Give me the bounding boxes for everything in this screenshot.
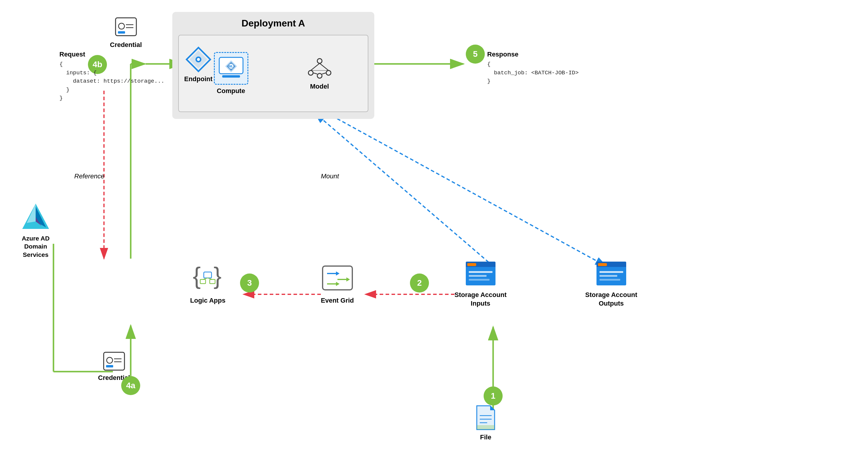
svg-text:{: {	[193, 262, 201, 289]
svg-line-32	[322, 73, 326, 74]
svg-rect-65	[469, 271, 493, 273]
endpoint-label: Endpoint	[184, 75, 212, 83]
logic-apps-label: Logic Apps	[190, 297, 225, 305]
svg-text:}: }	[214, 262, 222, 289]
azure-ad-container: Azure AD DomainServices	[12, 202, 59, 259]
file-container: File	[474, 404, 498, 441]
svg-rect-83	[106, 365, 113, 368]
request-block: Request { inputs: { dataset: https://sto…	[59, 51, 164, 103]
response-body: { batch_job: <BATCH-JOB-ID> }	[487, 60, 579, 86]
badge-5: 5	[466, 45, 485, 64]
compute-icon: ML	[218, 56, 245, 80]
svg-rect-54	[322, 266, 352, 290]
deployment-title: Deployment A	[178, 18, 368, 29]
svg-marker-58	[346, 277, 350, 282]
svg-line-31	[313, 73, 317, 74]
svg-rect-73	[599, 275, 617, 277]
storage-inputs-label: Storage AccountInputs	[455, 291, 506, 308]
reference-label: Reference	[74, 172, 104, 180]
svg-rect-78	[477, 425, 495, 430]
badge-3: 3	[240, 274, 259, 292]
logic-apps-icon: { }	[191, 262, 224, 294]
file-label: File	[480, 433, 491, 441]
azure-ad-icon	[21, 202, 51, 232]
svg-point-37	[197, 58, 200, 61]
model-label: Model	[310, 83, 329, 90]
svg-point-25	[317, 59, 322, 63]
svg-point-80	[106, 357, 113, 363]
response-title: Response	[487, 51, 579, 58]
response-block: Response { batch_job: <BATCH-JOB-ID> }	[487, 51, 579, 86]
azure-ad-label: Azure AD DomainServices	[12, 234, 59, 259]
badge-4a: 4a	[121, 376, 140, 395]
storage-outputs-container: Storage AccountOutputs	[585, 256, 637, 308]
svg-line-11	[327, 113, 606, 266]
mount-label: Mount	[321, 172, 339, 180]
file-icon	[474, 404, 498, 431]
svg-rect-50	[200, 280, 206, 284]
svg-point-28	[317, 74, 322, 78]
svg-rect-20	[222, 75, 240, 78]
badge-1: 1	[484, 386, 503, 405]
compute-label: Compute	[217, 87, 245, 95]
svg-rect-71	[598, 263, 607, 266]
storage-outputs-label: Storage AccountOutputs	[585, 291, 637, 308]
svg-point-27	[326, 70, 331, 75]
endpoint-icon	[185, 46, 212, 73]
svg-point-39	[119, 23, 124, 29]
svg-line-10	[315, 113, 493, 266]
credential-top-label: Credential	[110, 41, 142, 49]
model-icon	[306, 56, 333, 80]
storage-inputs-icon	[464, 256, 497, 288]
svg-marker-45	[27, 204, 36, 223]
logic-apps-container: { } Logic Apps	[190, 262, 225, 305]
credential-top-icon	[114, 15, 138, 39]
svg-rect-42	[118, 31, 125, 34]
svg-marker-56	[336, 271, 340, 276]
svg-rect-49	[204, 272, 212, 278]
event-grid-icon	[321, 262, 354, 294]
svg-line-30	[320, 63, 329, 70]
svg-line-29	[311, 63, 320, 70]
svg-rect-66	[469, 275, 487, 277]
svg-point-26	[308, 70, 313, 75]
storage-inputs-container: Storage AccountInputs	[455, 256, 506, 308]
request-title: Request	[59, 51, 164, 58]
request-body: { inputs: { dataset: https://storage... …	[59, 60, 164, 103]
badge-2: 2	[410, 274, 429, 292]
credential-bottom-container: Credential	[98, 351, 130, 382]
credential-top-container: Credential	[110, 15, 142, 49]
diagram-container: Deployment A ML	[0, 0, 868, 459]
storage-outputs-icon	[595, 256, 628, 288]
event-grid-label: Event Grid	[321, 297, 354, 305]
svg-rect-67	[469, 279, 490, 281]
credential-bottom-icon	[102, 351, 126, 372]
svg-marker-60	[336, 282, 340, 286]
endpoint-container: Endpoint	[184, 46, 212, 83]
svg-rect-72	[599, 271, 623, 273]
event-grid-container: Event Grid	[321, 262, 354, 305]
svg-rect-74	[599, 279, 620, 281]
svg-text:ML: ML	[229, 65, 233, 68]
svg-rect-64	[467, 263, 476, 266]
